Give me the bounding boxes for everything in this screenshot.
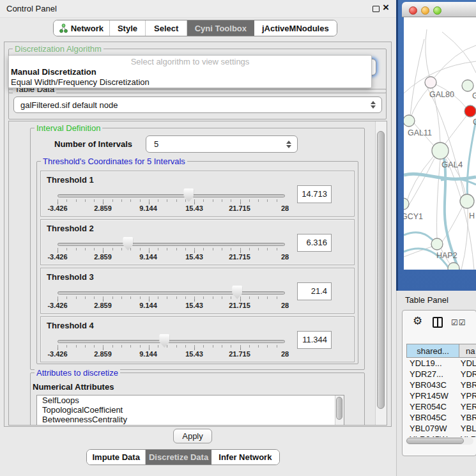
tick-label: 21.715 — [229, 350, 250, 358]
tick-label: 15.43 — [185, 350, 203, 358]
cell-shared[interactable]: YBL079W — [406, 423, 456, 434]
table-row[interactable]: YBR045CYBR0 — [406, 412, 476, 423]
close-traffic-light-icon[interactable] — [409, 6, 417, 15]
network-graph: GAL80 G C GAL11 GAL4 GCY1 H HAP2 — [404, 17, 476, 270]
apply-button[interactable]: Apply — [173, 429, 212, 443]
control-panel-titlebar: Control Panel — [0, 0, 396, 18]
table-row[interactable]: YBL079WYBL0 — [406, 423, 476, 434]
group-title: Interval Definition — [35, 123, 102, 133]
node-gal11[interactable] — [404, 115, 415, 127]
float-window-icon[interactable] — [372, 6, 380, 12]
tab-jactivemnodules[interactable]: jActiveMNodules — [254, 20, 337, 36]
tab-style[interactable]: Style — [110, 20, 146, 36]
close-icon[interactable]: × — [383, 1, 389, 14]
cell-name[interactable]: YPR1 — [456, 390, 476, 401]
slider-track[interactable] — [58, 340, 285, 343]
number-of-intervals-label: Number of Intervals — [54, 139, 132, 149]
threshold-4-panel: Threshold 4 -3.426 2.859 9.144 15.43 21.… — [40, 316, 355, 362]
tick-label: 9.144 — [139, 350, 157, 358]
node-partial-low-right[interactable] — [460, 194, 474, 208]
threshold-value-field[interactable]: 21.4 — [297, 282, 332, 300]
threshold-value-field[interactable]: 11.344 — [297, 331, 332, 349]
tab-cyni-toolbox[interactable]: Cyni Toolbox — [187, 20, 254, 36]
node-label: GAL80 — [429, 90, 454, 99]
tab-label: Cyni Toolbox — [195, 24, 247, 33]
list-item[interactable]: TopologicalCoefficient — [37, 405, 344, 415]
tick-label: -3.426 — [47, 302, 67, 309]
network-canvas[interactable]: GAL80 G C GAL11 GAL4 GCY1 H HAP2 — [404, 17, 476, 270]
gear-icon[interactable]: ⚙ — [413, 316, 422, 326]
tick-label: 2.859 — [94, 253, 112, 261]
tab-network[interactable]: Network — [54, 20, 110, 36]
column-header-shared[interactable]: shared... — [406, 344, 459, 358]
tab-select[interactable]: Select — [146, 20, 187, 36]
tick-label: 15.43 — [185, 253, 203, 261]
cell-shared[interactable]: YER054C — [406, 401, 456, 412]
numerical-attributes-list[interactable]: SelfLoops TopologicalCoefficient Between… — [36, 395, 344, 426]
dropdown-option-manual-discretization[interactable]: Manual Discretization — [9, 67, 371, 77]
threshold-value-field[interactable]: 6.316 — [297, 234, 332, 252]
tick-label: 2.859 — [94, 350, 112, 358]
slider-track[interactable] — [58, 243, 285, 246]
node-label: G — [472, 91, 476, 100]
slider-track[interactable] — [58, 291, 285, 295]
tab-infer-network[interactable]: Infer Network — [211, 450, 279, 464]
dropdown-placeholder: Select algorithm to view settings — [9, 56, 371, 67]
table-row[interactable]: YDL19...YDL1 — [406, 358, 476, 369]
combo-arrows-icon — [371, 101, 376, 109]
settings-scrollbar[interactable] — [375, 121, 387, 425]
threshold-value-field[interactable]: 14.713 — [297, 185, 332, 203]
cell-name[interactable]: YBR0 — [456, 380, 476, 390]
list-item[interactable]: SelfLoops — [37, 395, 344, 405]
list-item[interactable]: BetweennessCentrality — [37, 415, 344, 424]
table-row[interactable]: YPR145WYPR1 — [406, 390, 476, 401]
cell-name[interactable]: YBR0 — [456, 412, 476, 423]
node-gal4[interactable] — [432, 142, 449, 159]
zoom-traffic-light-icon[interactable] — [433, 6, 441, 15]
tick-label: 21.715 — [229, 253, 250, 261]
node-red-selected[interactable] — [464, 105, 476, 117]
slider-minor-ticks — [58, 296, 286, 299]
table-horizontal-scrollbar[interactable] — [406, 437, 473, 445]
tick-label: -3.426 — [47, 204, 67, 212]
column-header-name[interactable]: na — [459, 344, 476, 358]
table-panel-region: Table Panel ⚙ ☑☑ shared... na YDL19...YD… — [396, 291, 476, 476]
list-scrollbar[interactable] — [335, 395, 344, 425]
group-title: Attributes to discretize — [35, 368, 120, 378]
cell-shared[interactable]: YDL19... — [406, 358, 456, 369]
node-gcy1[interactable] — [404, 198, 409, 210]
threshold-label: Threshold 1 — [47, 175, 94, 185]
cell-name[interactable]: YER0 — [456, 401, 476, 412]
table-row[interactable]: YDR27...YDR2 — [406, 369, 476, 380]
node-hap2[interactable] — [431, 238, 443, 250]
tick-label: 2.859 — [94, 204, 112, 212]
table-body: YDL19...YDL1 YDR27...YDR2 YBR043CYBR0 YP… — [406, 358, 476, 437]
cell-name[interactable]: YDR2 — [456, 369, 476, 380]
node-label: GAL11 — [408, 128, 432, 137]
tab-impute-data[interactable]: Impute Data — [87, 450, 146, 464]
table-data-combobox[interactable]: galFiltered.sif default node — [13, 96, 382, 113]
checkboxes-icon[interactable]: ☑☑ — [451, 318, 466, 327]
slider-track[interactable] — [58, 194, 285, 197]
network-icon — [59, 24, 68, 33]
cell-shared[interactable]: YBR045C — [406, 412, 456, 423]
minimize-traffic-light-icon[interactable] — [421, 6, 429, 15]
cell-name[interactable]: YDL1 — [456, 358, 476, 369]
columns-icon[interactable] — [433, 317, 443, 328]
node-partial-top-right[interactable] — [462, 80, 473, 91]
cell-name[interactable]: YBL0 — [456, 423, 476, 434]
number-of-intervals-spinner[interactable]: 5 — [146, 135, 298, 153]
tick-label: 9.144 — [139, 204, 157, 212]
cell-shared[interactable]: YDR27... — [406, 369, 456, 380]
table-panel-title: Table Panel — [405, 295, 449, 305]
bottom-tabstrip: Impute Data Discretize Data Infer Networ… — [86, 449, 280, 465]
table-row[interactable]: YBR043CYBR0 — [406, 380, 476, 390]
node-gal80[interactable] — [425, 77, 436, 88]
cell-shared[interactable]: YPR145W — [406, 390, 456, 401]
tick-label: -3.426 — [47, 253, 67, 261]
dropdown-option-equal-width[interactable]: Equal Width/Frequency Discretization — [9, 77, 371, 88]
cell-shared[interactable]: YBR043C — [406, 380, 456, 390]
table-row[interactable]: YER054CYER0 — [406, 401, 476, 412]
tab-discretize-data[interactable]: Discretize Data — [146, 450, 211, 464]
node-label: C — [473, 118, 476, 127]
